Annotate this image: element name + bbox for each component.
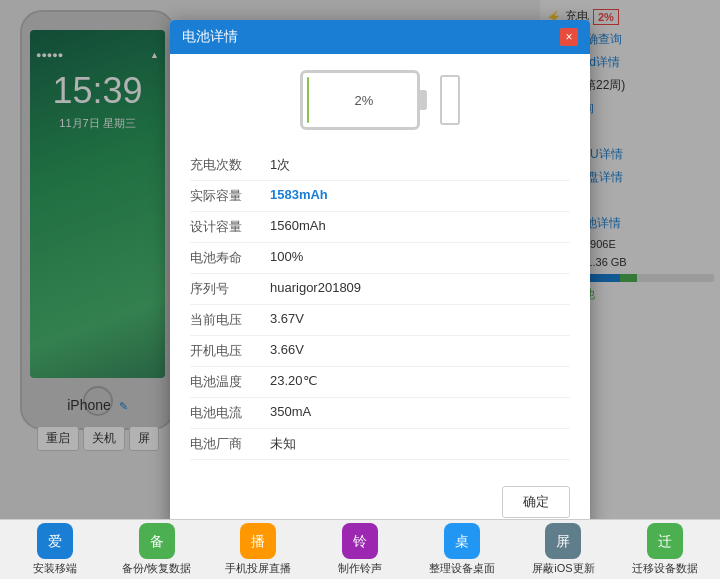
toolbar-item-ringtone[interactable]: 铃 制作铃声 (325, 523, 395, 576)
confirm-button[interactable]: 确定 (502, 486, 570, 518)
field-label-9: 电池厂商 (190, 435, 270, 453)
field-label-2: 设计容量 (190, 218, 270, 236)
backup-icon: 备 (139, 523, 175, 559)
svg-text:铃: 铃 (352, 533, 367, 549)
field-value-6: 3.66V (270, 342, 304, 360)
field-value-4: huarigor201809 (270, 280, 361, 298)
svg-text:桌: 桌 (455, 533, 469, 549)
toolbar-label-block-update: 屏蔽iOS更新 (532, 561, 594, 576)
field-label-8: 电池电流 (190, 404, 270, 422)
modal-title: 电池详情 (182, 28, 238, 46)
info-table: 充电次数 1次 实际容量 1583mAh 设计容量 1560mAh 电池寿命 1… (190, 150, 570, 460)
block-update-icon: 屏 (545, 523, 581, 559)
modal-header: 电池详情 × (170, 20, 590, 54)
toolbar-item-migrate[interactable]: 迁 迁移设备数据 (630, 523, 700, 576)
field-label-7: 电池温度 (190, 373, 270, 391)
install-icon: 爱 (37, 523, 73, 559)
modal-body: 2% 充电次数 1次 实际容量 1583mAh 设计容量 1560mAh 电池寿… (170, 54, 590, 476)
toolbar-label-install: 安装移端 (33, 561, 77, 576)
field-value-5: 3.67V (270, 311, 304, 329)
svg-text:备: 备 (150, 533, 164, 549)
toolbar-label-backup: 备份/恢复数据 (122, 561, 191, 576)
ringtone-icon: 铃 (342, 523, 378, 559)
table-row: 序列号 huarigor201809 (190, 274, 570, 305)
field-label-6: 开机电压 (190, 342, 270, 360)
toolbar-item-backup[interactable]: 备 备份/恢复数据 (122, 523, 192, 576)
battery-percent-display: 2% (307, 93, 421, 108)
field-label-0: 充电次数 (190, 156, 270, 174)
svg-text:播: 播 (251, 533, 265, 549)
field-value-3: 100% (270, 249, 303, 267)
table-row: 实际容量 1583mAh (190, 181, 570, 212)
field-value-8: 350mA (270, 404, 311, 422)
toolbar-label-desktop: 整理设备桌面 (429, 561, 495, 576)
battery-graphic: 2% (190, 70, 570, 130)
field-value-1: 1583mAh (270, 187, 328, 205)
field-label-1: 实际容量 (190, 187, 270, 205)
modal-close-button[interactable]: × (560, 28, 578, 46)
table-row: 电池寿命 100% (190, 243, 570, 274)
toolbar-item-cast[interactable]: 播 手机投屏直播 (223, 523, 293, 576)
field-value-0: 1次 (270, 156, 290, 174)
migrate-icon: 迁 (647, 523, 683, 559)
table-row: 开机电压 3.66V (190, 336, 570, 367)
battery-detail-modal: 电池详情 × 2% 充电次数 1次 实际容量 1583mAh 设计容量 1560… (170, 20, 590, 528)
toolbar-item-block-update[interactable]: 屏 屏蔽iOS更新 (528, 523, 598, 576)
field-label-5: 当前电压 (190, 311, 270, 329)
field-value-2: 1560mAh (270, 218, 326, 236)
table-row: 当前电压 3.67V (190, 305, 570, 336)
battery-visual: 2% (300, 70, 420, 130)
toolbar-label-ringtone: 制作铃声 (338, 561, 382, 576)
bottom-toolbar: 爱 安装移端 备 备份/恢复数据 播 手机投屏直播 铃 制作铃 (0, 519, 720, 579)
toolbar-label-cast: 手机投屏直播 (225, 561, 291, 576)
toolbar-item-install[interactable]: 爱 安装移端 (20, 523, 90, 576)
desktop-icon: 桌 (444, 523, 480, 559)
field-value-7: 23.20℃ (270, 373, 318, 391)
battery-side-icon (440, 75, 460, 125)
field-label-3: 电池寿命 (190, 249, 270, 267)
svg-text:爱: 爱 (48, 533, 62, 549)
svg-text:屏: 屏 (556, 533, 570, 549)
table-row: 充电次数 1次 (190, 150, 570, 181)
table-row: 电池厂商 未知 (190, 429, 570, 460)
cast-icon: 播 (240, 523, 276, 559)
svg-text:迁: 迁 (658, 533, 672, 549)
table-row: 电池温度 23.20℃ (190, 367, 570, 398)
table-row: 电池电流 350mA (190, 398, 570, 429)
toolbar-label-migrate: 迁移设备数据 (632, 561, 698, 576)
table-row: 设计容量 1560mAh (190, 212, 570, 243)
field-label-4: 序列号 (190, 280, 270, 298)
field-value-9: 未知 (270, 435, 296, 453)
toolbar-item-desktop[interactable]: 桌 整理设备桌面 (427, 523, 497, 576)
